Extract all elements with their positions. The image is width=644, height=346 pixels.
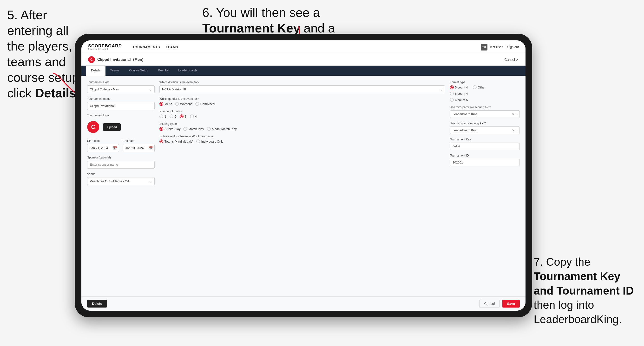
tab-leaderboards[interactable]: Leaderboards (173, 66, 202, 76)
gender-radio-combined[interactable] (195, 102, 199, 106)
sponsor-input[interactable] (87, 161, 154, 169)
scoring-radio-match[interactable] (183, 127, 187, 131)
scoring-option-stroke[interactable]: Stroke Play (160, 127, 180, 131)
end-date-wrapper: 📅 (123, 144, 154, 152)
format-option-5count4[interactable]: 5 count 4 (450, 85, 468, 89)
gender-option-womens[interactable]: Womens (175, 102, 192, 106)
teams-option-individuals[interactable]: Individuals Only (196, 140, 224, 143)
third-party1-label: Use third-party live scoring API? (450, 106, 520, 109)
third-party2-select[interactable]: Leaderboard King ✕ ⌄ (450, 127, 520, 134)
logo-upload-area: C Upload (87, 119, 154, 135)
tournament-key-label: Tournament Key (450, 138, 520, 141)
tablet-screen: SCOREBOARD Powered by clippd TOURNAMENTS… (82, 40, 526, 311)
format-option-other[interactable]: Other (473, 85, 486, 89)
rounds-radio-3[interactable] (180, 114, 184, 118)
teams-radio-teams[interactable] (160, 140, 163, 143)
left-column: Tournament Host Clippd College - Men Tou… (87, 81, 154, 292)
gender-radio-group: Mens Womens Combined (160, 102, 445, 106)
tab-details[interactable]: Details (86, 66, 106, 76)
tournament-name-input[interactable] (87, 102, 154, 110)
clear-third-party1-icon[interactable]: ✕ ⌄ (512, 113, 518, 116)
format-label-other: Other (478, 86, 486, 89)
third-party1-select[interactable]: Leaderboard King ✕ ⌄ (450, 110, 520, 118)
venue-select[interactable]: Peachtree GC - Atlanta - GA (87, 177, 154, 185)
tournament-logo: C (88, 56, 95, 63)
gender-option-combined[interactable]: Combined (195, 102, 214, 106)
rounds-radio-1[interactable] (160, 114, 163, 118)
venue-group: Venue Peachtree GC - Atlanta - GA (87, 173, 154, 185)
gender-option-mens[interactable]: Mens (160, 102, 172, 106)
format-radio-5count4[interactable] (450, 85, 454, 89)
format-label-6count4: 6 count 4 (455, 92, 468, 95)
nav-item-teams[interactable]: TEAMS (166, 44, 178, 50)
format-radio-6count5[interactable] (450, 98, 454, 102)
start-date-label: Start date (87, 139, 119, 143)
header-right: TU Test User | Sign out (481, 44, 519, 50)
teams-group: Is this event for Teams and/or Individua… (160, 135, 445, 143)
third-party2-label: Use third-party scoring API? (450, 122, 520, 125)
sign-out-link[interactable]: Sign out (507, 45, 519, 49)
format-col-right: Other (473, 85, 486, 102)
rounds-radio-4[interactable] (190, 114, 194, 118)
gender-radio-womens[interactable] (175, 102, 179, 106)
logo-preview: C (87, 121, 99, 133)
teams-radio-individuals[interactable] (196, 140, 200, 143)
sponsor-label: Sponsor (optional) (87, 156, 154, 159)
teams-option-teams[interactable]: Teams (+Individuals) (160, 140, 194, 143)
gender-group: Which gender is the event for? Mens Wome… (160, 97, 445, 106)
tournament-key-group: Tournament Key 6efb7 (450, 138, 520, 150)
rounds-option-2[interactable]: 2 (170, 114, 176, 118)
right-column: Format type 5 count 4 6 count 4 (450, 81, 520, 292)
save-button[interactable]: Save (502, 300, 520, 308)
tab-course-setup[interactable]: Course Setup (124, 66, 153, 76)
delete-button[interactable]: Delete (87, 300, 107, 308)
main-content: Tournament Host Clippd College - Men Tou… (82, 76, 526, 297)
format-type-label: Format type (450, 81, 520, 84)
calendar-icon-start: 📅 (113, 146, 117, 150)
cancel-button[interactable]: Cancel (479, 300, 500, 308)
user-avatar: TU (481, 44, 488, 50)
scoring-label-match: Match Play (188, 127, 204, 131)
end-date-label: End date (123, 139, 154, 143)
footer-bar: Delete Cancel Save (82, 297, 526, 311)
scoring-label: Scoring system (160, 122, 445, 126)
tablet-frame: SCOREBOARD Powered by clippd TOURNAMENTS… (75, 34, 532, 317)
scoring-option-match[interactable]: Match Play (183, 127, 204, 131)
format-radio-other[interactable] (473, 85, 476, 89)
rounds-option-1[interactable]: 1 (160, 114, 166, 118)
scoring-radio-medal[interactable] (207, 127, 211, 131)
app-logo-subtitle: Powered by clippd (88, 48, 122, 50)
format-option-6count4[interactable]: 6 count 4 (450, 92, 468, 95)
tournament-host-label: Tournament Host (87, 81, 154, 84)
header-divider: | (504, 45, 505, 49)
gender-radio-mens[interactable] (160, 102, 163, 106)
nav-item-tournaments[interactable]: TOURNAMENTS (132, 44, 160, 50)
third-party1-value: Leaderboard King (452, 112, 477, 116)
tournament-name-group: Tournament name (87, 97, 154, 110)
rounds-option-3[interactable]: 3 (180, 114, 186, 118)
division-select[interactable]: NCAA Division III (160, 85, 445, 93)
format-col-left: 5 count 4 6 count 4 6 count 5 (450, 85, 468, 102)
rounds-option-4[interactable]: 4 (190, 114, 197, 118)
scoring-option-medal[interactable]: Medal Match Play (207, 127, 237, 131)
format-radio-6count4[interactable] (450, 92, 454, 95)
tournament-key-value: 6efb7 (450, 143, 520, 150)
tournament-host-group: Tournament Host Clippd College - Men (87, 81, 154, 93)
upload-button[interactable]: Upload (103, 123, 121, 131)
rounds-radio-group: 1 2 3 4 (160, 114, 445, 118)
end-date-field: End date 📅 (123, 139, 154, 152)
tabs-bar: Details Teams Course Setup Results Leade… (82, 66, 526, 76)
scoring-radio-stroke[interactable] (160, 127, 163, 131)
gender-label: Which gender is the event for? (160, 97, 445, 101)
tournament-cancel[interactable]: Cancel ✕ (504, 58, 519, 62)
clear-third-party2-icon[interactable]: ✕ ⌄ (512, 129, 518, 132)
rounds-label-1: 1 (164, 115, 166, 118)
tournament-host-select[interactable]: Clippd College - Men (87, 85, 154, 93)
tab-results[interactable]: Results (153, 66, 173, 76)
rounds-radio-2[interactable] (170, 114, 174, 118)
tournament-name: Clippd Invitational (97, 57, 131, 62)
middle-column: Which division is the event for? NCAA Di… (160, 81, 445, 292)
tab-teams[interactable]: Teams (106, 66, 124, 76)
format-option-6count5[interactable]: 6 count 5 (450, 98, 468, 102)
rounds-label-3: 3 (185, 115, 186, 118)
